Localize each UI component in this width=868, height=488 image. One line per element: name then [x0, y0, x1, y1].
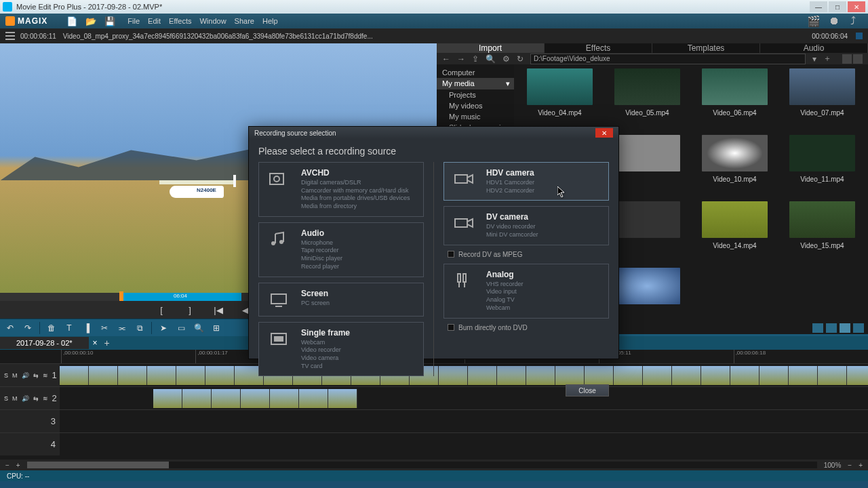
menu-effects[interactable]: Effects [169, 17, 191, 25]
tree-my-music[interactable]: My music [437, 111, 514, 122]
source-single-frame[interactable]: Single frame WebcamVideo recorderVideo c… [258, 322, 424, 377]
menu-share[interactable]: Share [235, 17, 254, 25]
source-avchd[interactable]: AVCHD Digital cameras/DSLRCamcorder with… [258, 162, 424, 217]
dialog-x-button[interactable]: ✕ [595, 128, 613, 138]
title-icon[interactable]: T [63, 322, 75, 334]
mark-in-button[interactable]: [ [155, 305, 167, 315]
zoom-in-v-icon[interactable]: + [16, 462, 20, 469]
volume-icon[interactable]: 🔊 [22, 395, 29, 402]
thumb-item[interactable]: Video_05.mp4 [606, 68, 689, 131]
marker-icon[interactable]: ▐ [81, 322, 93, 334]
h-scroll-thumb[interactable] [27, 462, 170, 468]
open-file-icon[interactable]: 📂 [85, 16, 95, 26]
track-content[interactable] [60, 433, 868, 455]
group-icon[interactable]: ⧉ [134, 322, 146, 334]
lock-icon[interactable]: ⇆ [33, 372, 39, 379]
tree-my-videos[interactable]: My videos [437, 100, 514, 111]
nav-back-icon[interactable]: ← [442, 54, 450, 64]
info-toggle[interactable] [856, 33, 863, 39]
view-toggle-2[interactable] [826, 323, 837, 333]
close-button[interactable]: Close [566, 384, 609, 396]
undo-icon[interactable]: ↶ [4, 322, 16, 334]
fx-icon[interactable]: ≋ [43, 395, 48, 402]
snap-tool-icon[interactable]: ⊞ [210, 322, 222, 334]
zoom-out-h-icon[interactable]: − [848, 462, 852, 469]
project-tab-add[interactable]: + [104, 338, 110, 348]
zoom-in-h-icon[interactable]: + [859, 462, 863, 469]
minimize-button[interactable]: — [810, 1, 827, 12]
source-dv-camera[interactable]: DV camera DV video recorderMini DV camco… [443, 206, 609, 245]
source-screen[interactable]: Screen PC screen [258, 283, 424, 317]
zoom-tool-icon[interactable]: 🔍 [193, 322, 205, 334]
h-scrollbar[interactable] [27, 462, 817, 468]
view-grid-button[interactable] [853, 54, 863, 64]
playhead-handle[interactable] [119, 291, 123, 301]
movie-mode-icon[interactable]: 🎬 [807, 15, 819, 27]
thumb-item[interactable]: Video_07.mp4 [781, 68, 864, 131]
menu-help[interactable]: Help [262, 17, 278, 25]
view-list-button[interactable] [842, 54, 852, 64]
thumb-item[interactable]: Video_15.mp4 [781, 201, 864, 264]
solo-button[interactable]: S [4, 395, 8, 402]
delete-icon[interactable]: 🗑 [45, 322, 58, 334]
path-dropdown-icon[interactable]: ▾ [812, 54, 816, 64]
refresh-icon[interactable]: ↻ [517, 54, 524, 64]
view-toggle-3[interactable] [840, 323, 850, 333]
redo-icon[interactable]: ↷ [22, 322, 34, 334]
save-icon[interactable]: 💾 [104, 16, 114, 26]
dialog-column-left: AVCHD Digital cameras/DSLRCamcorder with… [258, 162, 424, 376]
menu-file[interactable]: File [127, 17, 140, 25]
view-toggle-4[interactable] [853, 323, 864, 333]
export-icon[interactable]: ⤴ [850, 15, 863, 27]
menu-window[interactable]: Window [199, 17, 226, 25]
goto-start-button[interactable]: |◀ [212, 305, 224, 315]
thumb-item[interactable]: Video_04.mp4 [518, 68, 601, 131]
gear-icon[interactable]: ⚙ [502, 54, 510, 64]
source-audio[interactable]: Audio MicrophoneTape recorderMiniDisc pl… [258, 222, 424, 277]
view-toggle-1[interactable] [812, 323, 823, 333]
project-tab-close[interactable]: × [93, 338, 98, 348]
tab-effects[interactable]: Effects [545, 43, 652, 53]
track-content[interactable] [60, 410, 868, 432]
search-icon[interactable]: 🔍 [486, 54, 496, 64]
nav-up-icon[interactable]: ⇪ [472, 54, 479, 64]
thumb-item[interactable]: Video_10.mp4 [693, 135, 776, 197]
thumb-item[interactable]: Video_06.mp4 [693, 68, 776, 131]
nav-forward-icon[interactable]: → [457, 54, 465, 64]
volume-icon[interactable]: 🔊 [22, 372, 29, 379]
project-tab[interactable]: 2017-09-28 - 02* [0, 337, 89, 349]
burn-dvd-checkbox[interactable]: Burn directly onto DVD [443, 324, 609, 331]
source-hdv-camera[interactable]: HDV camera HDV1 CamcorderHDV2 Camcorder [443, 162, 609, 201]
solo-button[interactable]: S [4, 372, 8, 379]
fx-icon[interactable]: ≋ [43, 372, 48, 379]
thumb-item[interactable]: Video_14.mp4 [693, 201, 776, 264]
mark-out-button[interactable]: ] [184, 305, 196, 315]
view-mode-toggles [812, 323, 864, 333]
thumb-item[interactable]: Video_11.mp4 [781, 135, 864, 197]
lock-icon[interactable]: ⇆ [33, 395, 39, 402]
add-folder-icon[interactable]: ＋ [823, 53, 831, 64]
window-close-button[interactable]: ✕ [848, 1, 865, 12]
track-number: 1 [52, 370, 57, 380]
mute-button[interactable]: M [12, 395, 18, 402]
hamburger-icon[interactable] [5, 32, 15, 40]
new-file-icon[interactable]: 📄 [66, 16, 76, 26]
menu-edit[interactable]: Edit [148, 17, 161, 25]
path-input[interactable] [530, 54, 806, 64]
tab-import[interactable]: Import [437, 43, 545, 53]
cut-icon[interactable]: ✂ [98, 322, 111, 334]
mute-button[interactable]: M [12, 372, 18, 379]
record-dv-mpeg-checkbox[interactable]: Record DV as MPEG [443, 251, 609, 258]
source-analog[interactable]: Analog VHS recorderVideo inputAnalog TVW… [443, 264, 609, 319]
range-tool-icon[interactable]: ▭ [175, 322, 187, 334]
tree-computer[interactable]: Computer [437, 67, 514, 78]
maximize-button[interactable]: □ [829, 1, 846, 12]
zoom-out-v-icon[interactable]: − [5, 462, 9, 469]
pointer-tool-icon[interactable]: ➤ [157, 322, 170, 334]
tree-projects[interactable]: Projects [437, 89, 514, 100]
tree-my-media[interactable]: My media▾ [437, 78, 514, 89]
tab-templates[interactable]: Templates [652, 43, 760, 53]
tab-audio[interactable]: Audio [760, 43, 868, 53]
link-icon[interactable]: ⫘ [116, 322, 128, 334]
record-icon[interactable]: ⏺ [829, 15, 841, 27]
